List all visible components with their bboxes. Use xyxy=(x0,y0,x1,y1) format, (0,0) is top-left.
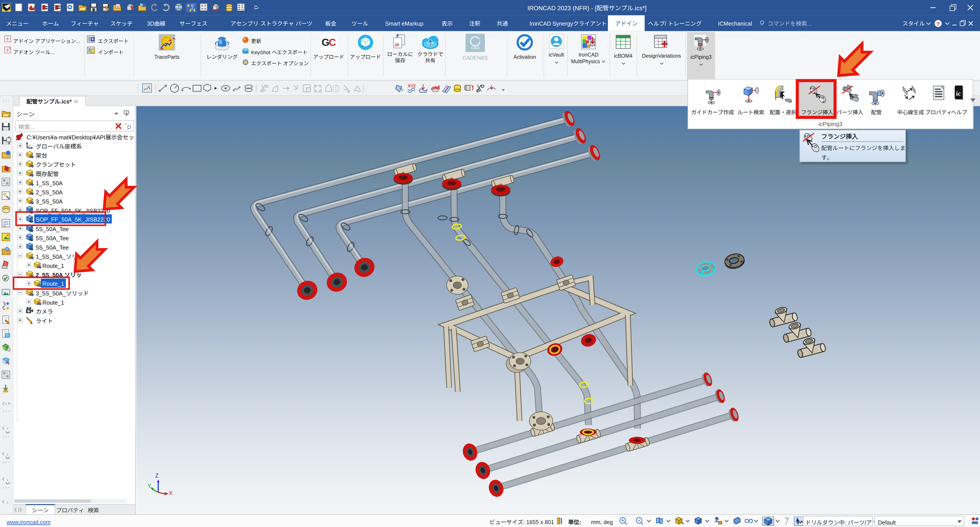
svg-text:XYZ: XYZ xyxy=(408,83,416,88)
svg-text:G: G xyxy=(321,37,329,48)
svg-text:?: ? xyxy=(937,20,940,27)
svg-text:Y: Y xyxy=(148,483,151,489)
svg-text:C: C xyxy=(329,37,336,48)
svg-text:ic: ic xyxy=(956,90,961,97)
svg-text:X: X xyxy=(169,490,173,496)
svg-text:.js: .js xyxy=(394,41,399,47)
svg-text:Z: Z xyxy=(155,473,159,479)
svg-text:CAD: CAD xyxy=(471,45,480,51)
